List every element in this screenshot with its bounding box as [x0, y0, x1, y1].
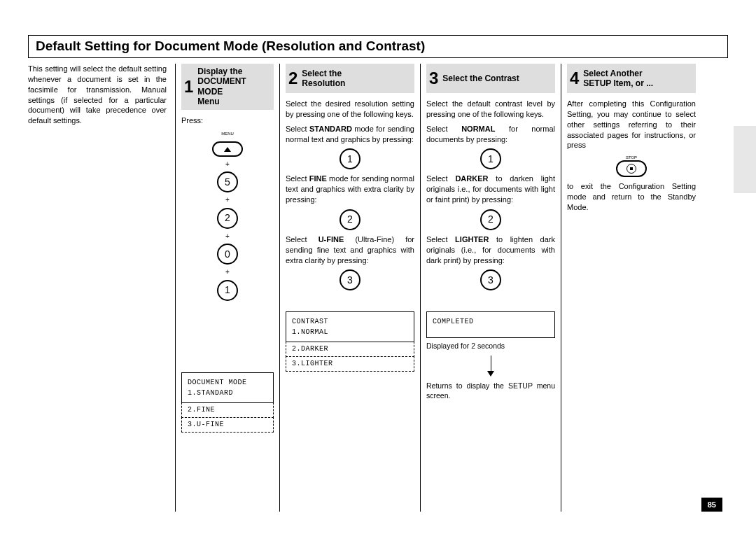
- key-2: 2: [217, 208, 238, 229]
- key-3: 3: [480, 269, 501, 290]
- step-head-4: 4 Select Another SETUP Item, or ...: [567, 64, 696, 93]
- step-3: 3 Select the Contrast Select the default…: [421, 64, 561, 512]
- menu-key-icon: [212, 141, 243, 157]
- step-num-2: 2: [288, 70, 298, 87]
- key-sequence: MENU + 5 + 2 + 0 + 1: [181, 131, 274, 300]
- key-5: 5: [217, 171, 238, 192]
- step-head-1: 1 Display the DOCUMENT MODE Menu: [181, 64, 274, 110]
- step-4: 4 Select Another SETUP Item, or ... Afte…: [561, 64, 701, 512]
- plus-icon: +: [225, 267, 230, 277]
- step2-p1: Select the desired resolution setting by…: [286, 99, 414, 120]
- key-2: 2: [340, 209, 360, 230]
- step2-p3: Select FINE mode for sending normal text…: [286, 174, 414, 205]
- step-title-2: Select the Resolution: [302, 69, 345, 89]
- step-head-2: 2 Select the Resolution: [286, 64, 414, 93]
- intro-column: This setting will select the default set…: [28, 64, 175, 512]
- lcd-dash-line: 2.FINE: [181, 402, 274, 418]
- display-note: Displayed for 2 seconds: [426, 341, 555, 351]
- page-title-box: Default Setting for Document Mode (Resol…: [28, 35, 728, 58]
- key-0: 0: [217, 244, 238, 265]
- stop-key-label: STOP: [567, 155, 696, 160]
- step4-p1: After completing this Configuration Sett…: [567, 99, 696, 150]
- intro-text: This setting will select the default set…: [28, 64, 167, 126]
- step3-p4: Select LIGHTER to lighten dark originals…: [426, 234, 555, 266]
- lcd-line: 1.STANDARD: [188, 388, 267, 398]
- step-head-3: 3 Select the Contrast: [426, 64, 555, 93]
- plus-icon: +: [225, 160, 230, 169]
- press-label: Press:: [181, 115, 274, 126]
- step-num-3: 3: [429, 70, 438, 87]
- stop-key-icon: [616, 160, 647, 177]
- plus-icon: +: [225, 195, 230, 205]
- step-num-4: 4: [570, 70, 579, 87]
- lcd-dash-line: 2.DARKER: [286, 342, 414, 357]
- step-title-3: Select the Contrast: [442, 73, 519, 83]
- lcd-dash-line: 3.U-FINE: [181, 417, 274, 433]
- step-num-1: 1: [184, 78, 193, 95]
- step-title-4: Select Another SETUP Item, or ...: [583, 69, 653, 89]
- step2-p4: Select U-FINE (Ultra-Fine) for sending f…: [286, 234, 414, 266]
- lcd-line: COMPLETED: [433, 316, 549, 327]
- step-2: 2 Select the Resolution Select the desir…: [280, 64, 420, 512]
- key-3: 3: [340, 269, 360, 290]
- step2-p2: Select STANDARD mode for sending normal …: [286, 124, 414, 145]
- key-1: 1: [217, 280, 238, 301]
- returns-text: Returns to display the SETUP menu screen…: [426, 381, 555, 400]
- lcd-display-1: DOCUMENT MODE 1.STANDARD: [181, 372, 274, 403]
- plus-icon: +: [225, 232, 230, 241]
- key-1: 1: [340, 148, 360, 169]
- step3-p3: Select DARKER to darken light originals …: [426, 174, 555, 205]
- step4-p2: to exit the Configuration Setting mode a…: [567, 181, 696, 213]
- lcd-dash-line: 3.LIGHTER: [286, 356, 414, 372]
- lcd-display-2: CONTRAST 1.NORMAL: [286, 311, 414, 342]
- menu-key-label: MENU: [221, 131, 234, 136]
- arrow-down-icon: [426, 356, 555, 377]
- key-1: 1: [480, 148, 501, 169]
- key-2: 2: [480, 209, 501, 230]
- side-tab: [734, 126, 756, 193]
- step-title-1: Display the DOCUMENT MODE Menu: [197, 66, 270, 107]
- step3-p2: Select NORMAL for normal documents by pr…: [426, 124, 555, 145]
- step3-p1: Select the default contrast level by pre…: [426, 99, 555, 120]
- step-1: 1 Display the DOCUMENT MODE Menu Press: …: [176, 64, 279, 512]
- page-title: Default Setting for Document Mode (Resol…: [36, 38, 425, 53]
- page-number: 85: [701, 498, 722, 512]
- lcd-display-3: COMPLETED: [426, 311, 555, 338]
- lcd-line: 1.NORMAL: [292, 327, 408, 337]
- lcd-line: DOCUMENT MODE: [188, 377, 267, 388]
- lcd-line: CONTRAST: [292, 316, 408, 327]
